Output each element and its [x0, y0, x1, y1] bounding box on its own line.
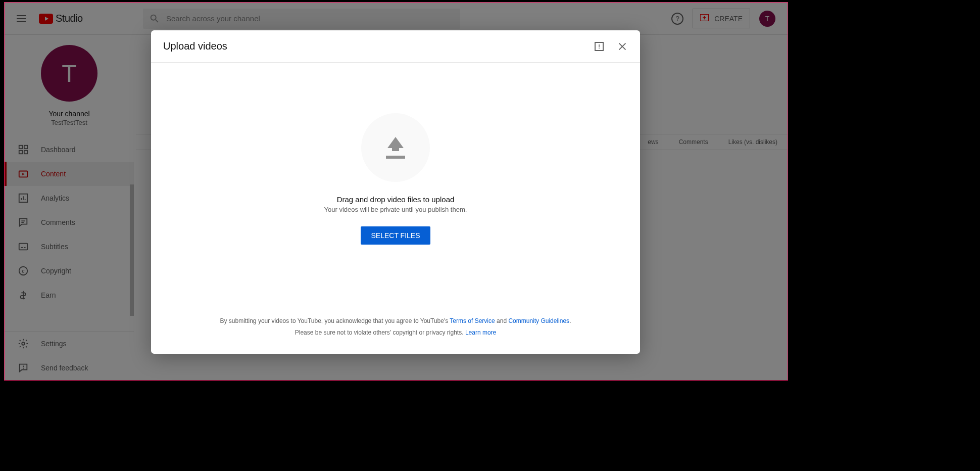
footer-text: . — [569, 317, 571, 324]
upload-icon-circle — [361, 113, 430, 182]
footer-text: By submitting your videos to YouTube, yo… — [220, 317, 450, 324]
select-files-button[interactable]: SELECT FILES — [361, 226, 430, 245]
modal-footer: By submitting your videos to YouTube, yo… — [151, 315, 640, 354]
close-icon[interactable] — [617, 41, 628, 52]
footer-text: Please be sure not to violate others' co… — [295, 329, 465, 336]
terms-link[interactable]: Terms of Service — [450, 317, 495, 324]
learn-more-link[interactable]: Learn more — [465, 329, 496, 336]
private-note: Your videos will be private until you pu… — [324, 206, 467, 213]
upload-modal: Upload videos ! Drag and drop video file… — [151, 30, 640, 354]
footer-text: and — [495, 317, 509, 324]
feedback-icon[interactable]: ! — [594, 41, 605, 52]
upload-arrow-icon — [386, 137, 405, 159]
modal-title: Upload videos — [163, 40, 227, 52]
drop-text: Drag and drop video files to upload — [337, 195, 455, 204]
upload-dropzone[interactable]: Drag and drop video files to upload Your… — [151, 63, 640, 315]
guidelines-link[interactable]: Community Guidelines — [508, 317, 569, 324]
modal-header: Upload videos ! — [151, 30, 640, 63]
